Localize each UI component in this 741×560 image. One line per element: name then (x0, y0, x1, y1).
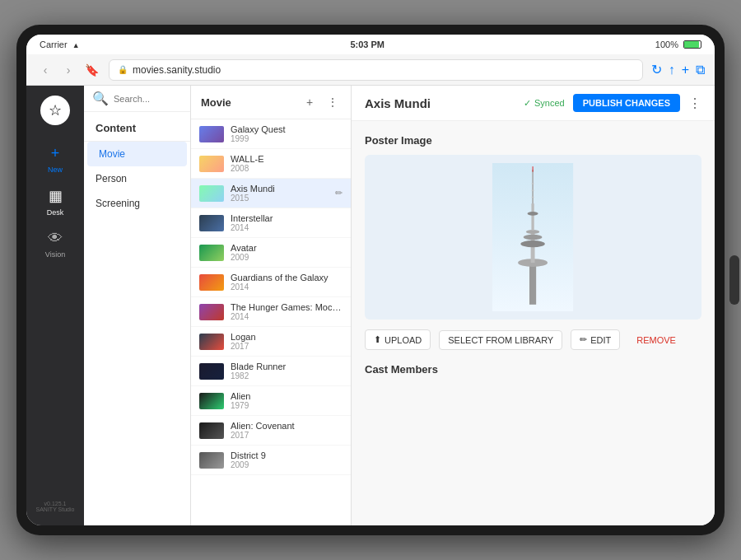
lock-icon: 🔒 (118, 65, 128, 74)
battery-fill (684, 41, 699, 48)
add-tab-button[interactable]: + (682, 62, 689, 77)
content-nav-person[interactable]: Person (84, 166, 190, 191)
movie-year-alien-cov: 2017 (231, 431, 343, 440)
content-panel: 🔍 Content Movie Person Screening (84, 86, 191, 525)
movie-item-logan[interactable]: Logan 2017 (191, 327, 351, 357)
remove-image-button[interactable]: REMOVE (628, 331, 684, 349)
movie-info-galaxy-quest: Galaxy Quest 1999 (231, 124, 343, 143)
synced-checkmark: ✓ (524, 98, 531, 109)
content-nav-screening[interactable]: Screening (84, 191, 190, 216)
edit-label: EDIT (590, 335, 611, 345)
detail-panel: Axis Mundi ✓ Synced PUBLISH CHANGES ⋮ Po… (352, 86, 715, 525)
movie-title-avatar: Avatar (231, 243, 343, 253)
movie-year-avatar: 2009 (231, 253, 343, 262)
content-header: Content (84, 112, 190, 142)
svg-rect-13 (532, 197, 534, 198)
status-bar: Carrier 5:03 PM 100% (26, 35, 715, 54)
synced-badge: ✓ Synced (524, 98, 565, 109)
search-icon: 🔍 (92, 91, 109, 106)
movie-item-axis-mundi[interactable]: Axis Mundi 2015 ✏ (191, 179, 351, 208)
movie-item-hunger-games[interactable]: The Hunger Games: Mockin... 2014 (191, 297, 351, 327)
svg-rect-9 (533, 170, 534, 203)
tablet-screen: Carrier 5:03 PM 100% ‹ › 🔖 🔒 movies.sani… (26, 35, 715, 525)
upload-icon: ⬆ (374, 334, 381, 345)
reload-button[interactable]: ↻ (651, 62, 662, 77)
address-bar[interactable]: 🔒 movies.sanity.studio (109, 59, 643, 81)
movie-year-alien: 1979 (231, 401, 343, 410)
movie-item-district-9[interactable]: District 9 2009 (191, 446, 351, 475)
select-library-button[interactable]: SELECT FROM LIBRARY (439, 330, 562, 350)
vision-icon: 👁 (48, 230, 63, 247)
svg-point-4 (521, 240, 545, 247)
movie-item-alien[interactable]: Alien 1979 (191, 386, 351, 416)
battery-label: 100% (655, 40, 678, 49)
movie-item-guardians[interactable]: Guardians of the Galaxy 2014 (191, 268, 351, 297)
sidebar-new-label: New (48, 166, 63, 174)
movie-title-axis-mundi: Axis Mundi (231, 184, 329, 194)
tabs-button[interactable]: ⧉ (696, 62, 705, 77)
movie-thumb-guardians (199, 274, 224, 291)
movie-info-district: District 9 2009 (231, 450, 343, 469)
movie-year-blade: 1982 (231, 371, 343, 380)
edit-icon: ✏ (580, 334, 587, 345)
movie-year-district: 2009 (231, 460, 343, 469)
movie-year-wall-e: 2008 (231, 164, 343, 173)
carrier-label: Carrier (40, 40, 68, 49)
movie-thumb-axis-mundi (199, 185, 224, 202)
poster-image-box (365, 155, 701, 320)
movie-item-avatar[interactable]: Avatar 2009 (191, 238, 351, 268)
movie-panel-menu-button[interactable]: ⋮ (324, 94, 341, 110)
edit-image-button[interactable]: ✏ EDIT (571, 329, 620, 350)
share-button[interactable]: ↑ (669, 62, 675, 77)
movie-thumb-district (199, 452, 224, 469)
movie-item-wall-e[interactable]: WALL-E 2008 (191, 149, 351, 179)
brand-label: SANITY Studio (36, 506, 75, 512)
movie-info-avatar: Avatar 2009 (231, 243, 343, 262)
detail-header: Axis Mundi ✓ Synced PUBLISH CHANGES ⋮ (352, 86, 715, 121)
content-nav-movie[interactable]: Movie (87, 142, 187, 166)
publish-changes-button[interactable]: PUBLISH CHANGES (573, 94, 680, 112)
add-movie-button[interactable]: + (301, 94, 318, 110)
movie-panel-header: Movie + ⋮ (191, 86, 351, 119)
movie-thumb-alien-cov (199, 422, 224, 439)
back-button[interactable]: ‹ (36, 61, 54, 79)
sidebar-item-desk[interactable]: ▦ Desk (26, 180, 84, 223)
detail-menu-button[interactable]: ⋮ (688, 96, 701, 111)
svg-rect-7 (532, 203, 534, 231)
movie-title-district: District 9 (231, 450, 343, 460)
cast-section-title: Cast Members (365, 363, 701, 376)
svg-point-5 (524, 235, 543, 240)
desk-icon: ▦ (49, 187, 63, 205)
movie-item-blade-runner[interactable]: Blade Runner 1982 (191, 357, 351, 386)
movie-title-guardians: Guardians of the Galaxy (231, 273, 343, 282)
bookmark-button[interactable]: 🔖 (82, 61, 100, 79)
sidebar-vision-label: Vision (45, 250, 65, 259)
movie-edit-icon: ✏ (335, 188, 343, 198)
upload-button[interactable]: ⬆ UPLOAD (365, 329, 431, 350)
sidebar-item-vision[interactable]: 👁 Vision (26, 223, 84, 265)
forward-button[interactable]: › (59, 61, 77, 79)
tablet-shell: Carrier 5:03 PM 100% ‹ › 🔖 🔒 movies.sani… (16, 25, 725, 535)
movie-title-blade: Blade Runner (231, 362, 343, 371)
movie-year-guardians: 2014 (231, 282, 343, 292)
url-text: movies.sanity.studio (133, 64, 221, 76)
status-right: 100% (655, 40, 701, 49)
detail-content: Poster Image (352, 121, 715, 389)
movie-item-interstellar[interactable]: Interstellar 2014 (191, 208, 351, 238)
browser-nav: ‹ › 🔖 (36, 61, 100, 79)
movie-thumb-blade (199, 363, 224, 380)
app-container: ☆ + New ▦ Desk 👁 Vision v0.125.1 SANITY … (26, 86, 715, 525)
status-left: Carrier (40, 40, 80, 49)
movie-item-alien-covenant[interactable]: Alien: Covenant 2017 (191, 416, 351, 446)
movie-info-alien: Alien 1979 (231, 391, 343, 410)
movie-thumb-avatar (199, 245, 224, 261)
home-button[interactable] (729, 255, 739, 305)
movie-info-guardians: Guardians of the Galaxy 2014 (231, 273, 343, 292)
poster-section-title: Poster Image (365, 134, 701, 147)
new-icon: + (51, 145, 60, 162)
battery-bar (683, 40, 701, 49)
browser-bar: ‹ › 🔖 🔒 movies.sanity.studio ↻ ↑ + ⧉ (26, 54, 715, 86)
sidebar-item-new[interactable]: + New (26, 138, 84, 180)
version-text: v0.125.1 SANITY Studio (33, 497, 78, 516)
movie-item-galaxy-quest[interactable]: Galaxy Quest 1999 (191, 119, 351, 149)
